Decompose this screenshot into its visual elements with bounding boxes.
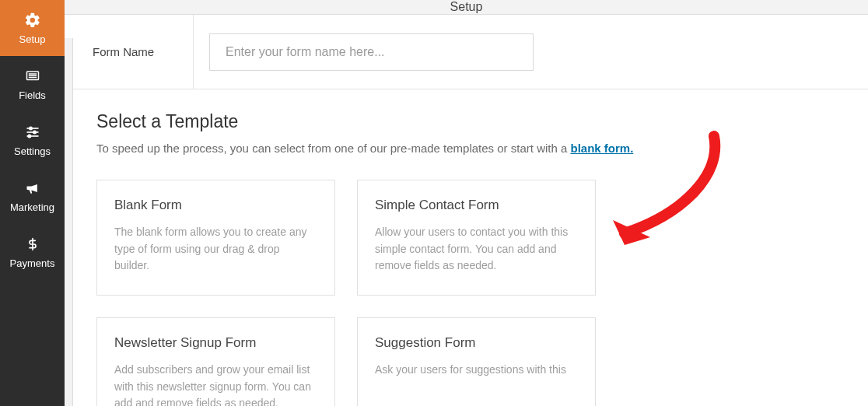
list-icon bbox=[23, 68, 42, 85]
template-card-desc: Add subscribers and grow your email list… bbox=[114, 362, 317, 406]
sidebar-item-label: Fields bbox=[19, 89, 46, 101]
sidebar-item-label: Payments bbox=[10, 257, 55, 269]
template-card-title: Newsletter Signup Form bbox=[114, 335, 317, 351]
template-card-desc: Ask your users for suggestions with this bbox=[375, 362, 578, 379]
blank-form-link[interactable]: blank form. bbox=[570, 142, 633, 155]
sidebar-item-label: Setup bbox=[19, 33, 46, 45]
form-name-input[interactable] bbox=[209, 33, 534, 71]
template-card-blank[interactable]: Blank Form The blank form allows you to … bbox=[96, 180, 335, 296]
select-template-desc-text: To speed up the process, you can select … bbox=[96, 142, 570, 155]
form-name-label: Form Name bbox=[73, 15, 194, 89]
main-panel: Setup Form Name Select a Template To spe… bbox=[65, 0, 868, 406]
sidebar-item-label: Settings bbox=[14, 145, 51, 157]
sidebar-item-settings[interactable]: Settings bbox=[0, 112, 65, 168]
sliders-icon bbox=[23, 124, 42, 141]
template-card-title: Blank Form bbox=[114, 198, 317, 213]
sidebar-item-setup[interactable]: Setup bbox=[0, 0, 65, 56]
svg-point-7 bbox=[33, 131, 35, 133]
template-card-title: Suggestion Form bbox=[375, 335, 578, 351]
svg-point-9 bbox=[28, 135, 30, 137]
select-template-desc: To speed up the process, you can select … bbox=[96, 142, 845, 155]
template-section: Select a Template To speed up the proces… bbox=[73, 89, 868, 406]
template-card-newsletter[interactable]: Newsletter Signup Form Add subscribers a… bbox=[96, 317, 335, 406]
sidebar-item-payments[interactable]: Payments bbox=[0, 224, 65, 280]
sidebar: Setup Fields Settings Marketing Payments bbox=[0, 0, 65, 406]
template-grid: Blank Form The blank form allows you to … bbox=[96, 180, 845, 406]
bullhorn-icon bbox=[23, 180, 42, 197]
dollar-icon bbox=[23, 236, 42, 253]
template-card-title: Simple Contact Form bbox=[375, 198, 578, 213]
page-title: Setup bbox=[450, 0, 483, 14]
page-header: Setup bbox=[65, 0, 868, 15]
select-template-title: Select a Template bbox=[96, 111, 845, 132]
template-card-simple-contact[interactable]: Simple Contact Form Allow your users to … bbox=[357, 180, 596, 296]
form-name-row: Form Name bbox=[73, 15, 868, 89]
sidebar-item-fields[interactable]: Fields bbox=[0, 56, 65, 112]
left-gutter bbox=[65, 38, 73, 406]
sidebar-item-marketing[interactable]: Marketing bbox=[0, 168, 65, 224]
template-card-suggestion[interactable]: Suggestion Form Ask your users for sugge… bbox=[357, 317, 596, 406]
sidebar-item-label: Marketing bbox=[10, 201, 54, 213]
gear-icon bbox=[23, 12, 42, 29]
svg-point-5 bbox=[29, 127, 31, 129]
template-card-desc: Allow your users to contact you with thi… bbox=[375, 224, 578, 275]
form-name-input-cell bbox=[194, 15, 868, 89]
template-card-desc: The blank form allows you to create any … bbox=[114, 224, 317, 275]
